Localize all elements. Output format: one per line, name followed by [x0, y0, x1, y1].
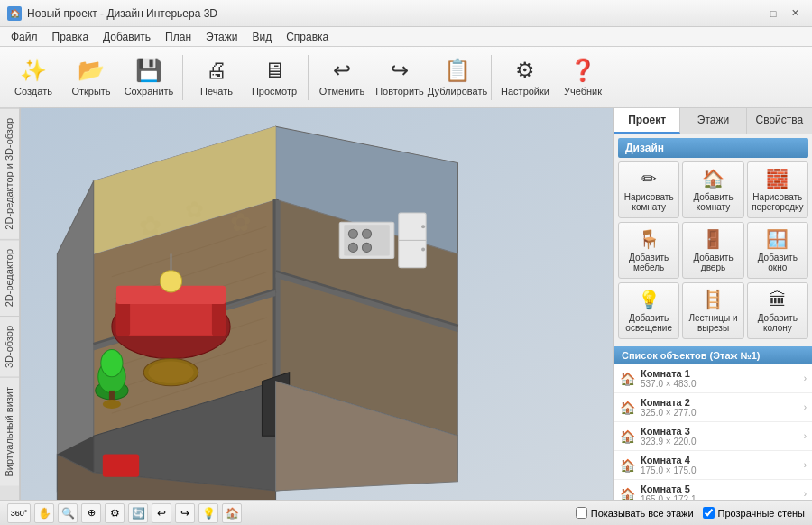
menu-floors[interactable]: Этажи — [198, 29, 245, 45]
tool-home[interactable]: 🏠 — [222, 503, 242, 523]
3d-view[interactable]: ✿ ✿ ✿ — [20, 108, 614, 500]
toolbar-save[interactable]: 💾 Сохранить — [121, 51, 177, 104]
stairs-cuts-label: Лестницы и вырезы — [686, 313, 740, 333]
print-label: Печать — [200, 86, 233, 97]
tool-zoom-in[interactable]: ⊕ — [81, 503, 101, 523]
add-column-label: Добавить колону — [751, 313, 805, 333]
duplicate-icon: 📋 — [444, 58, 471, 83]
room2-arrow: › — [804, 402, 807, 412]
tab-floors[interactable]: Этажи — [680, 108, 746, 134]
left-tab-2d[interactable]: 2D-редактор — [0, 239, 19, 316]
room-icon-3: 🏠 — [620, 429, 635, 444]
title-bar: 🏠 Новый проект - Дизайн Интерьера 3D ─ □… — [0, 0, 812, 27]
redo-label: Повторить — [375, 86, 424, 97]
design-draw-partition[interactable]: 🧱 Нарисовать перегородку — [747, 161, 808, 218]
bottom-bar: 360° ✋ 🔍 ⊕ ⚙ 🔄 ↩ ↪ 💡 🏠 Показывать все эт… — [0, 500, 812, 525]
toolbar-create[interactable]: ✨ Создать — [5, 51, 61, 104]
svg-point-40 — [362, 243, 371, 252]
toolbar-redo[interactable]: ↪ Повторить — [372, 51, 428, 104]
tool-light[interactable]: 💡 — [198, 503, 218, 523]
svg-marker-9 — [276, 199, 281, 383]
design-stairs-cuts[interactable]: 🪜 Лестницы и вырезы — [682, 282, 743, 339]
tool-zoom-out[interactable]: 🔍 — [58, 503, 78, 523]
toolbar-print[interactable]: 🖨 Печать — [189, 51, 245, 104]
print-icon: 🖨 — [206, 58, 227, 83]
save-label: Сохранить — [125, 86, 174, 97]
app-icon: 🏠 — [7, 6, 22, 21]
svg-point-44 — [421, 247, 425, 251]
tool-hand[interactable]: ✋ — [34, 503, 54, 523]
menu-plan[interactable]: План — [158, 29, 198, 45]
left-tab-2d3d[interactable]: 2D-редактор и 3D-обзор — [0, 108, 19, 239]
all-floors-input[interactable] — [576, 507, 587, 519]
transparent-walls-input[interactable] — [703, 507, 715, 519]
left-tab-virtual[interactable]: Виртуальный визит — [0, 377, 19, 486]
design-section-title: Дизайн — [618, 138, 808, 158]
svg-point-28 — [160, 271, 181, 292]
design-draw-room[interactable]: ✏ Нарисовать комнату — [618, 161, 679, 218]
objects-list[interactable]: 🏠 Комната 1 537.0 × 483.0 › 🏠 Комната 2 … — [614, 364, 812, 500]
tool-rotate[interactable]: 🔄 — [128, 503, 148, 523]
room4-arrow: › — [804, 460, 807, 470]
tab-properties[interactable]: Свойства — [747, 108, 812, 134]
tool-undo2[interactable]: ↩ — [152, 503, 171, 523]
minimize-button[interactable]: ─ — [742, 5, 761, 22]
add-column-icon: 🏛 — [769, 290, 787, 310]
design-add-door[interactable]: 🚪 Добавить дверь — [682, 222, 743, 279]
undo-icon: ↩ — [333, 58, 351, 83]
svg-text:✿: ✿ — [139, 211, 161, 241]
tool-redo2[interactable]: ↪ — [175, 503, 195, 523]
toolbar-duplicate[interactable]: 📋 Дублировать — [429, 51, 485, 104]
design-add-window[interactable]: 🪟 Добавить окно — [747, 222, 808, 279]
menu-help[interactable]: Справка — [279, 29, 336, 45]
object-item-room2[interactable]: 🏠 Комната 2 325.0 × 277.0 › — [614, 393, 812, 422]
checkbox-transparent[interactable]: Прозрачные стены — [703, 507, 805, 519]
add-door-icon: 🚪 — [702, 228, 724, 250]
menu-edit[interactable]: Правка — [45, 29, 97, 45]
tutorial-label: Учебник — [564, 86, 602, 97]
close-button[interactable]: ✕ — [785, 5, 805, 22]
design-add-room[interactable]: 🏠 Добавить комнату — [682, 161, 743, 218]
design-grid-row3: 💡 Добавить освещение 🪜 Лестницы и вырезы… — [618, 282, 808, 339]
redo-icon: ↪ — [391, 58, 409, 83]
bottom-checkboxes: Показывать все этажи Прозрачные стены — [576, 507, 805, 519]
object-item-room1[interactable]: 🏠 Комната 1 537.0 × 483.0 › — [614, 364, 812, 393]
duplicate-label: Дублировать — [428, 86, 487, 97]
tool-settings[interactable]: ⚙ — [105, 503, 125, 523]
object-item-room5[interactable]: 🏠 Комната 5 165.0 × 172.1 › — [614, 480, 812, 500]
tutorial-icon: ❓ — [569, 58, 596, 83]
design-add-furniture[interactable]: 🪑 Добавить мебель — [618, 222, 679, 279]
design-add-lighting[interactable]: 💡 Добавить освещение — [618, 282, 679, 339]
object-item-room3[interactable]: 🏠 Комната 3 323.9 × 220.0 › — [614, 422, 812, 451]
add-room-icon: 🏠 — [702, 168, 724, 189]
menu-add[interactable]: Добавить — [96, 29, 158, 45]
tool-360[interactable]: 360° — [7, 503, 31, 523]
checkbox-all-floors[interactable]: Показывать все этажи — [576, 507, 694, 519]
svg-point-27 — [148, 362, 193, 383]
svg-point-32 — [101, 349, 123, 376]
room-icon-4: 🏠 — [620, 458, 635, 473]
object-info-3: Комната 3 323.9 × 220.0 — [641, 426, 798, 447]
draw-room-icon: ✏ — [641, 168, 657, 189]
toolbar-open[interactable]: 📂 Открыть — [63, 51, 119, 104]
toolbar-settings[interactable]: ⚙ Настройки — [497, 51, 553, 104]
object-info-2: Комната 2 325.0 × 277.0 — [641, 397, 798, 418]
maximize-button[interactable]: □ — [763, 5, 783, 22]
open-label: Открыть — [71, 86, 110, 97]
settings-icon: ⚙ — [515, 58, 535, 83]
design-add-column[interactable]: 🏛 Добавить колону — [747, 282, 808, 339]
toolbar-preview[interactable]: 🖥 Просмотр — [246, 51, 302, 104]
left-tab-3d[interactable]: 3D-обзор — [0, 316, 19, 377]
menu-file[interactable]: Файл — [4, 29, 45, 45]
objects-section-title: Список объектов (Этаж №1) — [614, 346, 812, 364]
room-icon-1: 🏠 — [620, 372, 635, 386]
toolbar-undo[interactable]: ↩ Отменить — [314, 51, 370, 104]
room1-arrow: › — [804, 373, 807, 383]
svg-point-43 — [421, 225, 425, 228]
room2-size: 325.0 × 277.0 — [641, 408, 798, 418]
object-item-room4[interactable]: 🏠 Комната 4 175.0 × 175.0 › — [614, 451, 812, 480]
tab-project[interactable]: Проект — [614, 108, 680, 134]
menu-view[interactable]: Вид — [245, 29, 279, 45]
svg-rect-22 — [116, 299, 226, 336]
toolbar-tutorial[interactable]: ❓ Учебник — [555, 51, 611, 104]
